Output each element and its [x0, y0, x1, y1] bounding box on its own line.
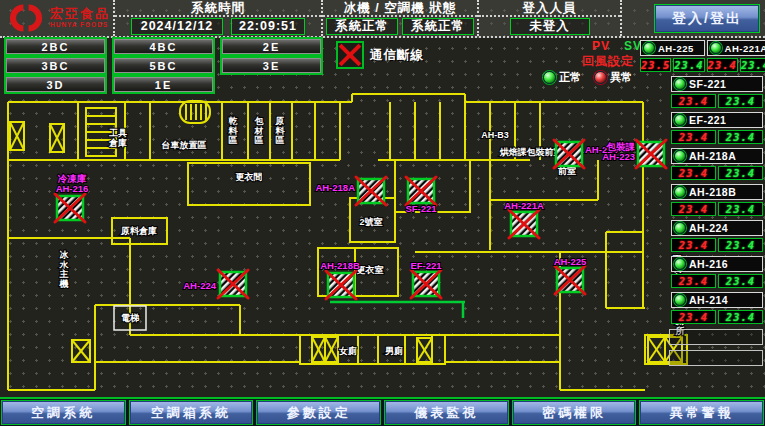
unit-AH-221A[interactable]: AH-221A23.423.4	[707, 40, 765, 72]
sv-value: 23.4	[718, 202, 763, 216]
room-label: 更衣室	[357, 265, 384, 275]
unit-label: AH-216	[689, 258, 728, 270]
room-label: 原料區	[275, 116, 286, 145]
ahu-icon-AH-224[interactable]: AH-224	[183, 270, 248, 298]
unit-label: AH-224	[689, 222, 728, 234]
normal-label: 正常	[559, 70, 581, 85]
ahu-icon-AH-221A[interactable]: AH-221A	[504, 200, 544, 238]
nav-button-0[interactable]: 空調系統	[1, 400, 126, 425]
room-label: 台車放置區	[162, 140, 207, 150]
sv-value: 23.4	[718, 274, 763, 288]
empty-slot	[669, 350, 763, 366]
unit-label: AH-214	[689, 294, 728, 306]
floor-button-1e[interactable]: 1E	[114, 77, 213, 92]
nav-button-4[interactable]: 密碼權限	[512, 400, 637, 425]
sv-value: 23.4	[740, 58, 765, 72]
stairs-icon	[72, 340, 90, 362]
unit-AH-216[interactable]: AH-21623.423.4	[671, 256, 763, 288]
comm-offline-icon	[336, 41, 364, 69]
nav-button-2[interactable]: 參數設定	[256, 400, 381, 425]
ahu-label: AH-223	[602, 151, 635, 162]
floor-button-3d[interactable]: 3D	[6, 77, 105, 92]
pv-value: 23.4	[671, 202, 716, 216]
unit-AH-214[interactable]: AH-21423.423.4	[671, 292, 763, 324]
room-label: 冰水主機	[59, 250, 70, 289]
unit-AH-218B[interactable]: AH-218B23.423.4	[671, 184, 763, 216]
floor-select-buttons: 2BC4BC2E3BC5BC3E3D1E	[6, 39, 321, 92]
pv-label: PV	[592, 39, 610, 53]
login-user-label: 登入人員	[479, 0, 620, 17]
ahu-label: SF-221	[405, 203, 437, 214]
unit-AH-224[interactable]: AH-22423.423.4	[671, 220, 763, 252]
pv-value: 23.4	[671, 94, 716, 108]
unit-label: AH-225	[658, 43, 694, 54]
status-led	[674, 186, 686, 198]
comm-offline-legend: 通信斷線	[336, 41, 424, 69]
room-label: 更衣間	[236, 172, 263, 182]
ahu-icon-AH-218B[interactable]: AH-218B	[320, 260, 360, 299]
sv-value: 23.4	[718, 310, 763, 324]
floor-button-5bc[interactable]: 5BC	[114, 58, 213, 73]
room-label: AH-B3	[481, 130, 509, 140]
floor-button-2e[interactable]: 2E	[222, 39, 321, 54]
room-label: 原料倉庫	[120, 225, 157, 236]
company-logo: 宏亞食品 HUNYA FOODS	[0, 0, 113, 36]
status-led	[674, 114, 686, 126]
status-led	[674, 150, 686, 162]
sv-value: 23.4	[718, 166, 763, 180]
scada-screen: 宏亞食品 HUNYA FOODS 系統時間 2024/12/12 22:09:5…	[0, 0, 765, 426]
pv-value: 23.4	[671, 238, 716, 252]
chiller-status-value: 系統正常	[326, 18, 398, 35]
unit-SF-221[interactable]: SF-22123.423.4	[671, 76, 763, 108]
sv-value: 23.4	[718, 238, 763, 252]
room-label: 2號室	[359, 217, 382, 227]
room-label: 女廁	[338, 346, 357, 356]
login-user-section: 登入人員 未登入	[477, 0, 620, 36]
room-label: 前室	[557, 166, 576, 176]
ahu-label: AH-218A	[315, 182, 355, 193]
pv-value: 23.4	[671, 274, 716, 288]
empty-slot	[669, 329, 763, 345]
ahu-icon-AH-216[interactable]: 冷凍庫AH-216	[55, 173, 88, 222]
unit-AH-225[interactable]: AH-22523.523.4	[640, 40, 705, 72]
unit-EF-221[interactable]: EF-22123.423.4	[671, 112, 763, 144]
nav-button-1[interactable]: 空調箱系統	[129, 400, 254, 425]
floor-button-3bc[interactable]: 3BC	[6, 58, 105, 73]
login-user-value: 未登入	[510, 18, 590, 35]
ahu-label: AH-225	[554, 256, 587, 267]
ahu-icon-SF-221[interactable]: SF-221	[405, 177, 437, 214]
unit-label: SF-221	[689, 78, 726, 90]
abnormal-label: 異常	[610, 70, 632, 85]
normal-led-icon	[543, 71, 556, 84]
ahu-icon-AH-225[interactable]: AH-225	[554, 256, 587, 294]
floor-button-4bc[interactable]: 4BC	[114, 39, 213, 54]
nav-button-5[interactable]: 異常警報	[639, 400, 764, 425]
bottom-bar: 空調系統空調箱系統參數設定儀表監視密碼權限異常警報	[0, 397, 765, 426]
login-logout-button[interactable]: 登入/登出	[654, 4, 760, 33]
floor-button-2bc[interactable]: 2BC	[6, 39, 105, 54]
unit-label: AH-218A	[689, 150, 736, 162]
sv-value: 23.4	[718, 94, 763, 108]
status-led	[674, 294, 686, 306]
pv-value: 23.4	[707, 58, 738, 72]
stairs-icon	[417, 338, 432, 362]
system-date-value: 2024/12/12	[131, 18, 223, 35]
ahu-icon-EF-221[interactable]: EF-221	[410, 260, 442, 298]
status-led	[674, 78, 686, 90]
status-led	[674, 222, 686, 234]
unit-AH-218A[interactable]: AH-218A23.423.4	[671, 148, 763, 180]
sv-value: 23.4	[673, 58, 704, 72]
unit-label: EF-221	[689, 114, 726, 126]
room-label: 倉庫	[108, 137, 127, 148]
pv-value: 23.4	[671, 166, 716, 180]
machine-status-section: 冰機 / 空調機 狀態 系統正常 系統正常	[321, 0, 477, 36]
login-button-area: 登入/登出	[620, 0, 765, 36]
unit-label: AH-218B	[689, 186, 736, 198]
stairs-icon	[10, 122, 24, 150]
room-label: 男廁	[384, 346, 403, 356]
nav-button-3[interactable]: 儀表監視	[384, 400, 509, 425]
room-label: 包材區	[254, 116, 265, 145]
abnormal-led-icon	[594, 71, 607, 84]
system-time-section: 系統時間 2024/12/12 22:09:51	[113, 0, 321, 36]
floor-button-3e[interactable]: 3E	[222, 58, 321, 73]
